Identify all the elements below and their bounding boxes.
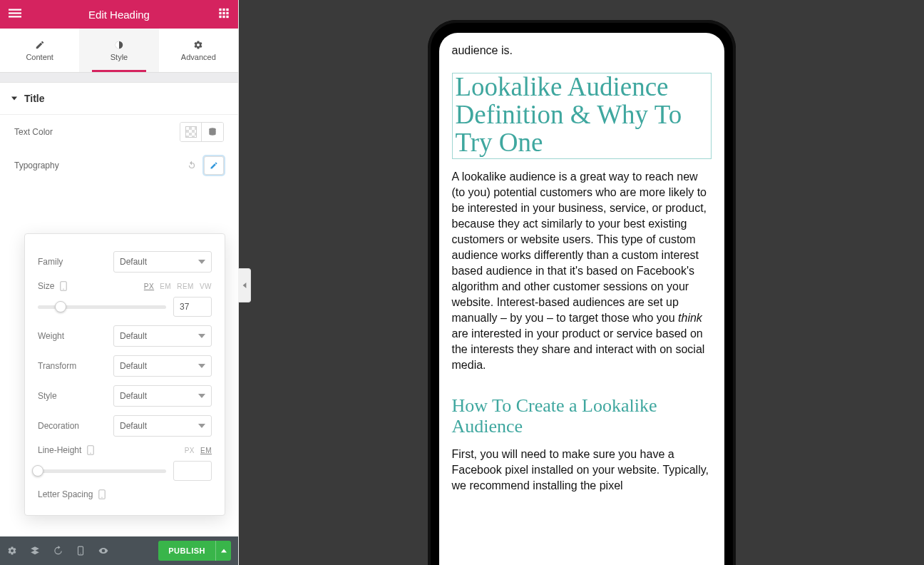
unit-em[interactable]: EM bbox=[160, 282, 171, 290]
svg-rect-5 bbox=[226, 9, 228, 11]
panel-collapse-handle[interactable] bbox=[238, 268, 251, 302]
typography-edit-button[interactable] bbox=[204, 156, 224, 175]
history-icon[interactable] bbox=[53, 546, 63, 556]
weight-select[interactable]: Default bbox=[113, 325, 212, 347]
section-title-toggle[interactable]: Title bbox=[0, 83, 238, 115]
svg-point-21 bbox=[80, 553, 81, 554]
transform-select[interactable]: Default bbox=[113, 355, 212, 377]
database-icon bbox=[207, 127, 217, 137]
text-color-controls bbox=[180, 122, 224, 142]
svg-rect-1 bbox=[9, 12, 21, 14]
line-height-slider-row bbox=[38, 461, 212, 481]
reset-icon[interactable] bbox=[187, 161, 197, 170]
text-color-row: Text Color bbox=[0, 115, 238, 149]
svg-rect-2 bbox=[9, 16, 21, 17]
svg-rect-11 bbox=[226, 16, 228, 18]
decoration-select[interactable]: Default bbox=[113, 415, 212, 437]
phone-screen: audience is. Lookalike Audience Definiti… bbox=[439, 33, 724, 565]
panel-title: Edit Heading bbox=[88, 9, 150, 21]
svg-rect-8 bbox=[226, 12, 228, 14]
family-field: Family Default bbox=[38, 251, 212, 273]
chevron-down-icon bbox=[198, 422, 205, 429]
chevron-down-icon bbox=[198, 362, 205, 370]
publish-button[interactable]: PUBLISH bbox=[158, 541, 215, 561]
body-paragraph-2: First, you will need to make sure you ha… bbox=[452, 447, 712, 494]
svg-point-17 bbox=[91, 453, 91, 454]
phone-frame: audience is. Lookalike Audience Definiti… bbox=[428, 20, 736, 565]
preview-icon[interactable] bbox=[98, 546, 108, 556]
lead-fragment: audience is. bbox=[452, 44, 712, 57]
svg-rect-4 bbox=[222, 9, 225, 11]
style-select[interactable]: Default bbox=[113, 385, 212, 407]
svg-rect-0 bbox=[9, 9, 21, 11]
chevron-down-icon bbox=[198, 392, 205, 399]
unit-em[interactable]: EM bbox=[200, 447, 212, 454]
chevron-up-icon bbox=[221, 548, 227, 554]
panel-gap bbox=[0, 73, 238, 83]
unit-rem[interactable]: REM bbox=[177, 282, 194, 290]
hamburger-menu-icon[interactable] bbox=[9, 7, 21, 22]
svg-rect-10 bbox=[222, 16, 225, 18]
svg-rect-3 bbox=[219, 9, 221, 11]
apps-grid-icon[interactable] bbox=[218, 8, 230, 21]
svg-point-15 bbox=[63, 289, 64, 290]
svg-rect-7 bbox=[222, 12, 225, 14]
navigator-icon[interactable] bbox=[30, 546, 40, 556]
publish-group: PUBLISH bbox=[158, 541, 231, 561]
page-heading: Lookalike Audience Definition & Why To T… bbox=[456, 73, 708, 157]
size-slider-row: 37 bbox=[38, 297, 212, 317]
chevron-down-icon bbox=[198, 332, 205, 340]
typography-popover: Family Default Size PX EM REM bbox=[24, 233, 225, 516]
global-color-button[interactable] bbox=[202, 123, 223, 141]
size-slider[interactable] bbox=[38, 298, 166, 315]
panel-footer: PUBLISH bbox=[0, 536, 238, 565]
publish-options-button[interactable] bbox=[215, 541, 231, 561]
color-picker-button[interactable] bbox=[180, 123, 202, 141]
editor-panel: Edit Heading Content Style Advanced Titl… bbox=[0, 0, 239, 565]
line-height-input[interactable] bbox=[173, 461, 212, 481]
settings-icon[interactable] bbox=[7, 546, 17, 556]
pencil-icon bbox=[210, 161, 218, 170]
chevron-down-icon bbox=[11, 96, 17, 101]
size-field: Size PX EM REM VW bbox=[38, 281, 212, 291]
letter-spacing-field: Letter Spacing bbox=[38, 489, 212, 499]
typography-row: Typography bbox=[0, 149, 238, 182]
style-field: Style Default bbox=[38, 385, 212, 407]
panel-body: Text Color Typography Family bbox=[0, 115, 238, 536]
chevron-down-icon bbox=[198, 258, 205, 265]
transform-field: Transform Default bbox=[38, 355, 212, 377]
unit-vw[interactable]: VW bbox=[200, 282, 212, 290]
line-height-units: PX EM bbox=[185, 447, 212, 454]
line-height-field: Line-Height PX EM bbox=[38, 445, 212, 455]
svg-point-19 bbox=[102, 497, 103, 498]
panel-tabs: Content Style Advanced bbox=[0, 29, 238, 73]
unit-px[interactable]: PX bbox=[144, 282, 154, 290]
size-input[interactable]: 37 bbox=[173, 297, 212, 317]
preview-area: audience is. Lookalike Audience Definiti… bbox=[239, 0, 924, 565]
svg-rect-6 bbox=[219, 12, 221, 14]
device-icon[interactable] bbox=[98, 489, 106, 499]
family-select[interactable]: Default bbox=[113, 251, 212, 273]
unit-px[interactable]: PX bbox=[185, 447, 195, 454]
weight-field: Weight Default bbox=[38, 325, 212, 347]
responsive-icon[interactable] bbox=[76, 546, 86, 556]
device-icon[interactable] bbox=[87, 445, 94, 455]
size-units: PX EM REM VW bbox=[144, 282, 212, 290]
subheading: How To Create a Lookalike Audience bbox=[452, 395, 712, 437]
transparent-swatch-icon bbox=[185, 126, 197, 138]
heading-selected-element[interactable]: Lookalike Audience Definition & Why To T… bbox=[452, 73, 712, 159]
body-paragraph-1: A lookalike audience is a great way to r… bbox=[452, 169, 712, 374]
tab-content[interactable]: Content bbox=[0, 29, 79, 72]
line-height-slider[interactable] bbox=[38, 462, 166, 479]
device-icon[interactable] bbox=[60, 281, 67, 291]
panel-header: Edit Heading bbox=[0, 0, 238, 29]
tab-advanced[interactable]: Advanced bbox=[159, 29, 238, 72]
svg-rect-9 bbox=[219, 16, 221, 18]
tab-style[interactable]: Style bbox=[79, 29, 158, 72]
chevron-left-icon bbox=[242, 282, 247, 288]
decoration-field: Decoration Default bbox=[38, 415, 212, 437]
